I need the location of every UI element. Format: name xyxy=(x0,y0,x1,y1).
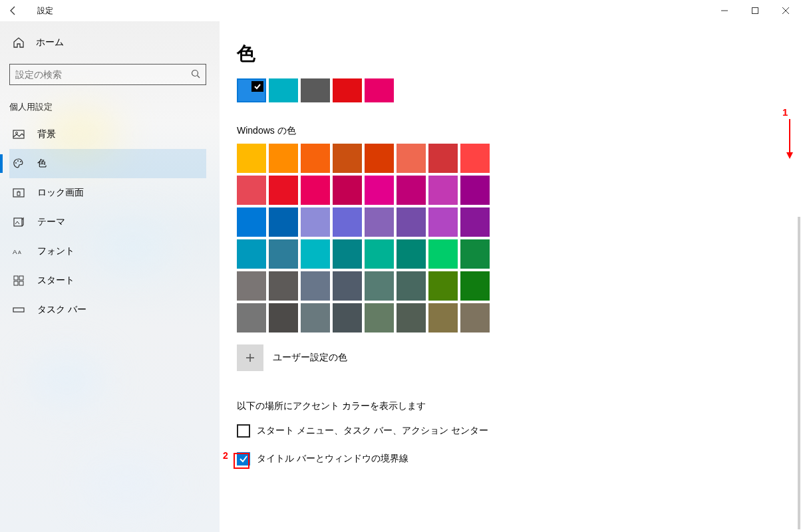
windows-color-25[interactable] xyxy=(269,239,298,269)
recent-color-1[interactable] xyxy=(269,78,298,102)
home-link[interactable]: ホーム xyxy=(9,28,206,57)
windows-color-32[interactable] xyxy=(237,271,266,301)
windows-color-9[interactable] xyxy=(269,176,298,205)
add-custom-color-button[interactable] xyxy=(237,344,263,371)
windows-color-8[interactable] xyxy=(237,176,266,205)
windows-color-47[interactable] xyxy=(460,303,490,332)
windows-color-40[interactable] xyxy=(237,303,266,332)
windows-color-44[interactable] xyxy=(365,303,394,332)
font-icon: AA xyxy=(12,245,25,258)
lock-icon xyxy=(12,186,25,200)
custom-color-label: ユーザー設定の色 xyxy=(273,352,347,364)
svg-rect-16 xyxy=(14,276,18,280)
windows-color-41[interactable] xyxy=(269,303,298,332)
windows-color-26[interactable] xyxy=(301,239,330,269)
windows-color-3[interactable] xyxy=(333,144,362,173)
windows-color-1[interactable] xyxy=(269,144,298,173)
windows-color-11[interactable] xyxy=(333,176,362,205)
page-title: 色 xyxy=(237,41,801,66)
svg-point-9 xyxy=(17,160,19,162)
taskbar-icon xyxy=(12,303,25,317)
svg-text:A: A xyxy=(18,250,21,256)
windows-color-10[interactable] xyxy=(301,176,330,205)
svg-point-7 xyxy=(16,132,18,134)
svg-rect-18 xyxy=(14,281,18,285)
scrollbar[interactable] xyxy=(798,217,800,529)
windows-color-22[interactable] xyxy=(428,207,458,237)
home-icon xyxy=(12,36,25,49)
sidebar-item-0[interactable]: 背景 xyxy=(9,120,206,149)
checkbox-titlebar-box[interactable] xyxy=(237,452,250,466)
sidebar-item-label: タスク バー xyxy=(37,304,86,316)
windows-color-21[interactable] xyxy=(397,207,426,237)
windows-color-30[interactable] xyxy=(428,239,458,269)
recent-color-2[interactable] xyxy=(301,78,330,102)
windows-color-19[interactable] xyxy=(333,207,362,237)
windows-color-12[interactable] xyxy=(365,176,394,205)
search-input[interactable] xyxy=(10,69,186,80)
windows-color-29[interactable] xyxy=(397,239,426,269)
windows-color-20[interactable] xyxy=(365,207,394,237)
checkbox-start-menu-box[interactable] xyxy=(237,424,250,438)
windows-color-28[interactable] xyxy=(365,239,394,269)
content: 色 Windows の色 ユーザー設定の色 以下の場所にアクセント カラーを表示… xyxy=(220,21,801,532)
checkbox-titlebar[interactable]: タイトル バーとウィンドウの境界線 xyxy=(237,452,801,466)
windows-color-39[interactable] xyxy=(460,271,490,301)
svg-point-10 xyxy=(20,161,21,162)
search-box[interactable] xyxy=(9,64,206,85)
recent-color-3[interactable] xyxy=(333,78,362,102)
windows-color-38[interactable] xyxy=(428,271,458,301)
sidebar-item-1[interactable]: 色 xyxy=(9,149,206,178)
svg-rect-12 xyxy=(17,192,20,196)
custom-color-row[interactable]: ユーザー設定の色 xyxy=(237,344,801,371)
theme-icon xyxy=(12,215,25,229)
minimize-button[interactable] xyxy=(709,0,740,21)
windows-color-35[interactable] xyxy=(333,271,362,301)
windows-color-46[interactable] xyxy=(428,303,458,332)
sidebar-item-5[interactable]: スタート xyxy=(9,266,206,295)
windows-color-24[interactable] xyxy=(237,239,266,269)
home-label: ホーム xyxy=(36,37,64,49)
windows-color-45[interactable] xyxy=(397,303,426,332)
recent-color-0[interactable] xyxy=(237,78,266,102)
windows-color-37[interactable] xyxy=(397,271,426,301)
sidebar-item-3[interactable]: テーマ xyxy=(9,207,206,237)
windows-color-6[interactable] xyxy=(428,144,458,173)
windows-color-36[interactable] xyxy=(365,271,394,301)
checkbox-start-menu[interactable]: スタート メニュー、タスク バー、アクション センター xyxy=(237,424,801,438)
windows-color-16[interactable] xyxy=(237,207,266,237)
svg-rect-20 xyxy=(13,308,24,312)
svg-rect-1 xyxy=(752,8,758,14)
windows-color-15[interactable] xyxy=(460,176,490,205)
windows-color-14[interactable] xyxy=(428,176,458,205)
windows-color-18[interactable] xyxy=(301,207,330,237)
svg-line-5 xyxy=(198,75,200,78)
maximize-button[interactable] xyxy=(740,0,770,21)
windows-color-0[interactable] xyxy=(237,144,266,173)
palette-icon xyxy=(12,157,25,170)
picture-icon xyxy=(12,128,25,141)
windows-color-17[interactable] xyxy=(269,207,298,237)
windows-color-33[interactable] xyxy=(269,271,298,301)
windows-color-27[interactable] xyxy=(333,239,362,269)
sidebar-item-4[interactable]: AAフォント xyxy=(9,237,206,266)
svg-point-8 xyxy=(15,162,17,164)
sidebar-item-2[interactable]: ロック画面 xyxy=(9,178,206,207)
recent-color-4[interactable] xyxy=(365,78,394,102)
windows-color-2[interactable] xyxy=(301,144,330,173)
windows-color-4[interactable] xyxy=(365,144,394,173)
window-controls xyxy=(709,0,801,21)
windows-color-5[interactable] xyxy=(397,144,426,173)
windows-color-23[interactable] xyxy=(460,207,490,237)
windows-color-7[interactable] xyxy=(460,144,490,173)
windows-color-31[interactable] xyxy=(460,239,490,269)
windows-color-34[interactable] xyxy=(301,271,330,301)
windows-color-43[interactable] xyxy=(333,303,362,332)
back-button[interactable] xyxy=(0,0,27,21)
window-title: 設定 xyxy=(27,5,53,17)
windows-colors-grid xyxy=(237,144,801,332)
windows-color-42[interactable] xyxy=(301,303,330,332)
close-button[interactable] xyxy=(770,0,801,21)
windows-color-13[interactable] xyxy=(397,176,426,205)
sidebar-item-6[interactable]: タスク バー xyxy=(9,295,206,325)
